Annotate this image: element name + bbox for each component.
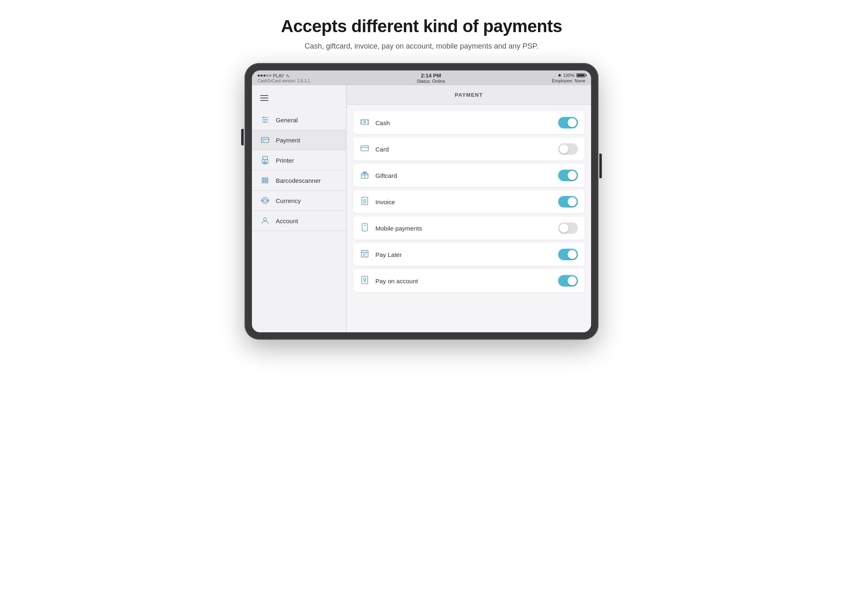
dot3: [263, 75, 265, 77]
svg-point-38: [363, 199, 366, 202]
sidebar-item-barcode-label: Barcodescanner: [276, 177, 321, 184]
sidebar-item-currency[interactable]: Currency: [252, 191, 346, 211]
cash-icon: [360, 117, 370, 128]
pay-account-toggle-thumb: [568, 276, 577, 285]
payment-item-pay-account-left: Pay on account: [360, 275, 418, 287]
app-content: General Payment: [252, 85, 591, 332]
cash-label: Cash: [375, 119, 390, 126]
page-title: Accepts different kind of payments: [281, 16, 562, 36]
svg-point-26: [363, 121, 366, 123]
giftcard-toggle-thumb: [568, 171, 577, 180]
sidebar-item-barcode[interactable]: Barcodescanner: [252, 170, 346, 191]
carrier-label: PLAY: [273, 73, 284, 78]
app-version: CashOrCard version: 2.6.1.1: [258, 79, 310, 83]
sidebar: General Payment: [252, 85, 347, 332]
payment-item-invoice: Invoice: [353, 190, 585, 213]
payment-icon: [260, 135, 270, 145]
giftcard-toggle[interactable]: [558, 170, 578, 181]
payment-item-mobile-left: Mobile payments: [360, 223, 422, 234]
svg-point-3: [263, 117, 265, 119]
ipad-screen: PLAY ∿ CashOrCard version: 2.6.1.1 2:14 …: [252, 70, 591, 332]
payment-item-giftcard: Giftcard: [353, 164, 585, 187]
status-left: PLAY ∿ CashOrCard version: 2.6.1.1: [258, 73, 310, 83]
battery-pct: 100%: [563, 73, 575, 78]
pay-account-icon: [360, 275, 370, 287]
svg-rect-31: [361, 145, 368, 151]
account-icon: [260, 216, 270, 225]
battery-row: ✸ 100%: [558, 73, 585, 78]
invoice-toggle[interactable]: [558, 196, 578, 208]
cash-toggle-thumb: [568, 118, 577, 127]
payment-item-invoice-left: Invoice: [360, 196, 395, 208]
mobile-icon: [360, 223, 370, 234]
payment-item-pay-later-left: Pay Later: [360, 249, 402, 260]
svg-rect-37: [362, 197, 368, 204]
sidebar-item-printer[interactable]: Printer: [252, 150, 346, 170]
barcode-icon: [260, 176, 270, 185]
printer-icon: [260, 156, 270, 165]
card-label: Card: [375, 146, 389, 153]
sidebar-item-payment[interactable]: Payment: [252, 130, 346, 150]
payment-item-pay-account: Pay on account: [353, 269, 585, 292]
svg-rect-25: [361, 119, 368, 124]
pay-later-label: Pay Later: [375, 251, 402, 258]
sidebar-item-account-label: Account: [276, 217, 298, 224]
sidebar-item-general-label: General: [276, 117, 298, 124]
pay-later-toggle-thumb: [568, 250, 577, 259]
svg-point-5: [263, 121, 265, 123]
svg-point-4: [265, 119, 267, 121]
svg-point-24: [263, 218, 266, 221]
pay-later-toggle[interactable]: [558, 249, 578, 260]
invoice-toggle-thumb: [568, 197, 577, 206]
svg-rect-49: [362, 276, 368, 283]
calendar-icon: [360, 249, 370, 260]
status-center: 2:14 PM Status: Online: [417, 72, 445, 84]
payment-item-cash-left: Cash: [360, 117, 390, 128]
card-icon: [360, 144, 370, 155]
payment-item-card: Card: [353, 138, 585, 161]
svg-rect-40: [362, 223, 368, 231]
battery-fill: [577, 74, 585, 77]
status-right: ✸ 100% Employee: None: [552, 73, 585, 83]
card-toggle[interactable]: [558, 143, 578, 155]
status-online: Status: Online: [417, 79, 445, 84]
main-content: PAYMENT: [347, 85, 591, 332]
signal-dots: [258, 75, 271, 77]
currency-icon: [260, 196, 270, 205]
giftcard-label: Giftcard: [375, 172, 397, 179]
status-bar: PLAY ∿ CashOrCard version: 2.6.1.1 2:14 …: [252, 70, 591, 85]
hamburger-icon: [260, 95, 268, 101]
svg-point-50: [363, 278, 366, 280]
status-time: 2:14 PM: [417, 72, 445, 79]
dot4: [266, 75, 268, 77]
payment-list: Cash: [347, 105, 591, 299]
dot5: [269, 75, 271, 77]
dot2: [261, 75, 263, 77]
battery-bar: [576, 73, 585, 77]
cash-toggle[interactable]: [558, 117, 578, 128]
wifi-icon: ∿: [286, 73, 290, 79]
payment-item-giftcard-left: Giftcard: [360, 170, 397, 181]
sidebar-item-printer-label: Printer: [276, 157, 294, 164]
hamburger-line-1: [260, 95, 268, 96]
main-section-title: PAYMENT: [455, 92, 483, 98]
employee-label: Employee: None: [552, 78, 585, 83]
payment-item-card-left: Card: [360, 144, 389, 155]
bluetooth-icon: ✸: [558, 73, 561, 78]
status-signals: PLAY ∿: [258, 73, 310, 79]
svg-rect-6: [261, 138, 269, 143]
card-toggle-thumb: [559, 145, 568, 154]
sidebar-item-account[interactable]: Account: [252, 211, 346, 231]
mobile-toggle[interactable]: [558, 222, 578, 234]
payment-item-mobile: Mobile payments: [353, 217, 585, 240]
svg-point-42: [364, 229, 365, 230]
menu-button[interactable]: [252, 89, 346, 107]
payment-item-cash: Cash: [353, 111, 585, 134]
invoice-label: Invoice: [375, 198, 395, 205]
mobile-payments-label: Mobile payments: [375, 225, 422, 232]
sliders-icon: [260, 115, 270, 124]
gift-icon: [360, 170, 370, 181]
page-header: Accepts different kind of payments Cash,…: [281, 16, 562, 51]
pay-account-toggle[interactable]: [558, 275, 578, 287]
sidebar-item-general[interactable]: General: [252, 110, 346, 130]
